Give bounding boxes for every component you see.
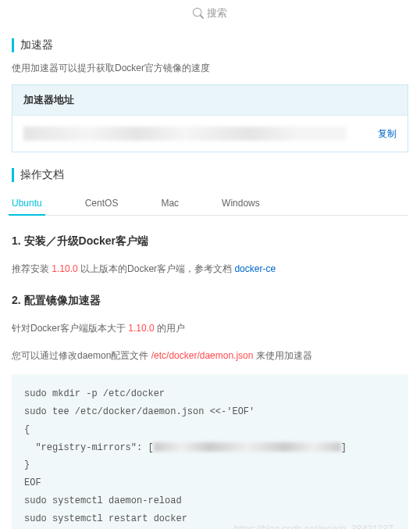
step2-line2: 您可以通过修改daemon配置文件 /etc/docker/daemon.jso…: [12, 348, 408, 363]
step2-line2-post: 来使用加速器: [253, 350, 311, 361]
code-l2: sudo tee /etc/docker/daemon.json <<-'EOF…: [24, 403, 396, 421]
code-l3: {: [24, 421, 396, 439]
docs-title: 操作文档: [12, 168, 408, 182]
search-bar[interactable]: 搜索: [12, 0, 408, 27]
step2-line1: 针对Docker客户端版本大于 1.10.0 的用户: [12, 320, 408, 336]
tab-ubuntu[interactable]: Ubuntu: [12, 191, 42, 215]
code-l4a: "registry-mirrors": [: [24, 442, 154, 453]
accelerator-body: 复制: [12, 116, 408, 152]
code-block: sudo mkdir -p /etc/dockersudo tee /etc/d…: [12, 374, 408, 529]
step2-line1-post: 的用户: [155, 323, 185, 334]
accelerator-address-blurred: [23, 127, 347, 141]
accelerator-box: 加速器地址 复制: [12, 84, 408, 152]
step2-version: 1.10.0: [128, 323, 154, 334]
code-l4: "registry-mirrors": []: [24, 439, 396, 457]
accelerator-box-header: 加速器地址: [12, 85, 408, 116]
code-l1: sudo mkdir -p /etc/docker: [24, 385, 396, 403]
step1-title: 1. 安装／升级Docker客户端: [12, 234, 408, 248]
step1-text: 推荐安装 1.10.0 以上版本的Docker客户端，参考文档 docker-c…: [12, 261, 408, 277]
search-icon: [193, 8, 204, 19]
code-l6: EOF: [24, 474, 396, 492]
tab-windows[interactable]: Windows: [222, 191, 260, 215]
step1-mid: 以上版本的Docker客户端，参考文档: [78, 263, 235, 274]
code-l4b: ]: [341, 442, 347, 453]
tab-centos[interactable]: CentOS: [85, 191, 119, 215]
search-placeholder: 搜索: [207, 6, 227, 20]
docker-ce-link[interactable]: docker-ce: [234, 263, 276, 274]
accelerator-title: 加速器: [12, 38, 408, 52]
step2-line2-pre: 您可以通过修改daemon配置文件: [12, 350, 151, 361]
step2-title: 2. 配置镜像加速器: [12, 294, 408, 308]
code-l7: sudo systemctl daemon-reload: [24, 492, 396, 510]
code-l5: }: [24, 456, 396, 474]
step2-line1-pre: 针对Docker客户端版本大于: [12, 323, 128, 334]
copy-button[interactable]: 复制: [378, 127, 397, 141]
step1-pre: 推荐安装: [12, 263, 52, 274]
code-l8: sudo systemctl restart docker: [24, 510, 396, 528]
daemon-json-path: /etc/docker/daemon.json: [151, 350, 254, 361]
tab-mac[interactable]: Mac: [161, 191, 179, 215]
code-mirror-url-blurred: [154, 442, 341, 452]
step1-version: 1.10.0: [52, 263, 77, 274]
os-tabs: Ubuntu CentOS Mac Windows: [12, 191, 408, 216]
accelerator-desc: 使用加速器可以提升获取Docker官方镜像的速度: [12, 62, 408, 75]
